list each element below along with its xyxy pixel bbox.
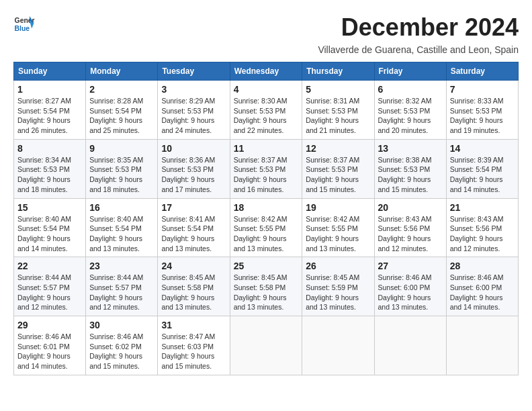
day-number: 5 xyxy=(306,84,370,95)
sunset-label: Sunset: 5:53 PM xyxy=(378,107,431,115)
sunrise-label: Sunrise: 8:30 AM xyxy=(234,97,287,105)
daylight-label: Daylight: 9 hours and 13 minutes. xyxy=(306,234,359,253)
sunset-label: Sunset: 5:53 PM xyxy=(161,165,214,173)
day-info: Sunrise: 8:46 AM Sunset: 6:02 PM Dayligh… xyxy=(89,332,154,371)
sunrise-label: Sunrise: 8:44 AM xyxy=(89,273,143,281)
daylight-label: Daylight: 9 hours and 15 minutes. xyxy=(306,175,359,193)
table-row: 5 Sunrise: 8:31 AM Sunset: 5:53 PM Dayli… xyxy=(302,81,374,140)
daylight-label: Daylight: 9 hours and 12 minutes. xyxy=(450,234,503,253)
sunrise-label: Sunrise: 8:45 AM xyxy=(161,273,215,281)
day-info: Sunrise: 8:34 AM Sunset: 5:53 PM Dayligh… xyxy=(17,155,82,195)
day-number: 27 xyxy=(378,261,443,271)
sunset-label: Sunset: 5:58 PM xyxy=(234,283,286,291)
sunset-label: Sunset: 5:54 PM xyxy=(89,107,142,115)
day-info: Sunrise: 8:36 AM Sunset: 5:53 PM Dayligh… xyxy=(161,155,226,195)
day-info: Sunrise: 8:47 AM Sunset: 6:03 PM Dayligh… xyxy=(161,332,226,371)
daylight-label: Daylight: 9 hours and 13 minutes. xyxy=(234,293,287,312)
sunset-label: Sunset: 6:01 PM xyxy=(17,342,70,351)
table-row: 4 Sunrise: 8:30 AM Sunset: 5:53 PM Dayli… xyxy=(230,81,302,140)
sunset-label: Sunset: 5:53 PM xyxy=(89,165,142,173)
daylight-label: Daylight: 9 hours and 12 minutes. xyxy=(378,234,431,253)
week-row-2: 8 Sunrise: 8:34 AM Sunset: 5:53 PM Dayli… xyxy=(14,139,519,198)
sunset-label: Sunset: 5:57 PM xyxy=(17,283,70,291)
day-number: 15 xyxy=(17,202,82,213)
day-number: 11 xyxy=(234,143,299,154)
day-number: 20 xyxy=(378,202,443,213)
day-number: 1 xyxy=(17,84,82,95)
table-row: 6 Sunrise: 8:32 AM Sunset: 5:53 PM Dayli… xyxy=(374,81,446,140)
sunrise-label: Sunrise: 8:31 AM xyxy=(306,97,359,105)
table-row: 14 Sunrise: 8:39 AM Sunset: 5:54 PM Dayl… xyxy=(446,139,518,198)
day-info: Sunrise: 8:40 AM Sunset: 5:54 PM Dayligh… xyxy=(17,214,82,254)
day-number: 17 xyxy=(161,202,226,213)
table-row: 10 Sunrise: 8:36 AM Sunset: 5:53 PM Dayl… xyxy=(158,139,230,198)
table-row: 30 Sunrise: 8:46 AM Sunset: 6:02 PM Dayl… xyxy=(86,316,158,375)
day-info: Sunrise: 8:40 AM Sunset: 5:54 PM Dayligh… xyxy=(89,214,154,254)
sunrise-label: Sunrise: 8:27 AM xyxy=(17,97,71,105)
daylight-label: Daylight: 9 hours and 12 minutes. xyxy=(17,293,71,312)
header-saturday: Saturday xyxy=(446,62,518,81)
daylight-label: Daylight: 9 hours and 13 minutes. xyxy=(234,234,287,253)
sunrise-label: Sunrise: 8:37 AM xyxy=(306,156,359,164)
sunrise-label: Sunrise: 8:43 AM xyxy=(378,215,432,223)
sunset-label: Sunset: 5:53 PM xyxy=(234,107,286,115)
sunset-label: Sunset: 5:54 PM xyxy=(450,165,502,173)
svg-text:Blue: Blue xyxy=(15,25,30,32)
table-row xyxy=(374,316,446,375)
day-info: Sunrise: 8:45 AM Sunset: 5:58 PM Dayligh… xyxy=(234,273,299,312)
sunrise-label: Sunrise: 8:39 AM xyxy=(450,156,504,164)
sunset-label: Sunset: 5:54 PM xyxy=(89,224,142,232)
daylight-label: Daylight: 9 hours and 18 minutes. xyxy=(17,175,71,193)
table-row: 25 Sunrise: 8:45 AM Sunset: 5:58 PM Dayl… xyxy=(230,257,302,316)
table-row: 7 Sunrise: 8:33 AM Sunset: 5:53 PM Dayli… xyxy=(446,81,518,140)
daylight-label: Daylight: 9 hours and 20 minutes. xyxy=(378,116,431,134)
daylight-label: Daylight: 9 hours and 14 minutes. xyxy=(17,352,71,370)
calendar-table: Sunday Monday Tuesday Wednesday Thursday… xyxy=(13,62,519,375)
day-number: 12 xyxy=(306,143,370,154)
day-info: Sunrise: 8:46 AM Sunset: 6:00 PM Dayligh… xyxy=(450,273,515,312)
day-number: 30 xyxy=(89,320,154,330)
daylight-label: Daylight: 9 hours and 13 minutes. xyxy=(378,293,431,312)
daylight-label: Daylight: 9 hours and 14 minutes. xyxy=(450,293,503,312)
daylight-label: Daylight: 9 hours and 22 minutes. xyxy=(234,116,287,134)
daylight-label: Daylight: 9 hours and 12 minutes. xyxy=(89,293,142,312)
table-row: 16 Sunrise: 8:40 AM Sunset: 5:54 PM Dayl… xyxy=(86,198,158,257)
day-number: 9 xyxy=(89,143,154,154)
page-container: General Blue December 2024 Villaverde de… xyxy=(13,13,519,375)
sunrise-label: Sunrise: 8:41 AM xyxy=(161,215,215,223)
calendar-subtitle: Villaverde de Guarena, Castille and Leon… xyxy=(13,44,519,55)
table-row xyxy=(446,316,518,375)
table-row: 22 Sunrise: 8:44 AM Sunset: 5:57 PM Dayl… xyxy=(14,257,86,316)
sunset-label: Sunset: 5:57 PM xyxy=(89,283,142,291)
table-row: 12 Sunrise: 8:37 AM Sunset: 5:53 PM Dayl… xyxy=(302,139,374,198)
sunrise-label: Sunrise: 8:46 AM xyxy=(89,332,143,340)
sunrise-label: Sunrise: 8:46 AM xyxy=(378,273,432,281)
daylight-label: Daylight: 9 hours and 21 minutes. xyxy=(306,116,359,134)
general-blue-logo-icon: General Blue xyxy=(13,13,35,35)
sunrise-label: Sunrise: 8:37 AM xyxy=(234,156,287,164)
header-monday: Monday xyxy=(86,62,158,81)
day-info: Sunrise: 8:46 AM Sunset: 6:01 PM Dayligh… xyxy=(17,332,82,371)
header-friday: Friday xyxy=(374,62,446,81)
sunset-label: Sunset: 6:03 PM xyxy=(161,342,214,351)
sunset-label: Sunset: 6:02 PM xyxy=(89,342,142,351)
table-row: 8 Sunrise: 8:34 AM Sunset: 5:53 PM Dayli… xyxy=(14,139,86,198)
table-row: 21 Sunrise: 8:43 AM Sunset: 5:56 PM Dayl… xyxy=(446,198,518,257)
month-title: December 2024 xyxy=(341,13,519,42)
table-row: 29 Sunrise: 8:46 AM Sunset: 6:01 PM Dayl… xyxy=(14,316,86,375)
day-number: 14 xyxy=(450,143,515,154)
day-info: Sunrise: 8:38 AM Sunset: 5:53 PM Dayligh… xyxy=(378,155,443,195)
table-row: 20 Sunrise: 8:43 AM Sunset: 5:56 PM Dayl… xyxy=(374,198,446,257)
day-info: Sunrise: 8:29 AM Sunset: 5:53 PM Dayligh… xyxy=(161,96,226,136)
day-info: Sunrise: 8:31 AM Sunset: 5:53 PM Dayligh… xyxy=(306,96,370,136)
sunset-label: Sunset: 5:54 PM xyxy=(161,224,214,232)
sunset-label: Sunset: 5:54 PM xyxy=(17,224,70,232)
sunset-label: Sunset: 5:59 PM xyxy=(306,283,358,291)
daylight-label: Daylight: 9 hours and 13 minutes. xyxy=(306,293,359,312)
sunrise-label: Sunrise: 8:46 AM xyxy=(450,273,504,281)
day-number: 18 xyxy=(234,202,299,213)
table-row: 31 Sunrise: 8:47 AM Sunset: 6:03 PM Dayl… xyxy=(158,316,230,375)
weekday-header-row: Sunday Monday Tuesday Wednesday Thursday… xyxy=(14,62,519,81)
sunrise-label: Sunrise: 8:28 AM xyxy=(89,97,143,105)
header-sunday: Sunday xyxy=(14,62,86,81)
